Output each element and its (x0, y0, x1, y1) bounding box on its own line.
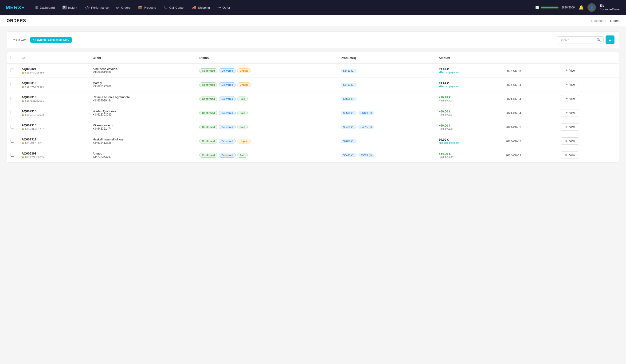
status-badge: Delivered (219, 153, 236, 158)
order-date: 2024-06-02 (506, 154, 521, 157)
client-phone: +34634099484 (93, 99, 192, 102)
col-products: Product(s) (337, 52, 435, 63)
search-box[interactable]: 🔍 (557, 36, 604, 43)
status-badges: ConfirmedDeliveredUnpaid (199, 68, 333, 73)
filter-toggle-button[interactable]: ≡ (606, 36, 615, 44)
notification-bell[interactable]: 🔔 (579, 5, 584, 10)
row-id-cell: AQ009318 🔒 6157131252061 (18, 92, 89, 106)
status-badge: Unpaid (237, 139, 251, 144)
phone-id: 6155689361757 (25, 128, 44, 130)
row-client-cell: Yordan Quiñones +34613363032 (89, 106, 196, 120)
app-logo[interactable]: MERX• (6, 4, 24, 11)
order-phone: 🔒 6157131252061 (22, 99, 85, 102)
client-phone: +34685177702 (93, 85, 192, 88)
amount-value: +60.00 € (439, 110, 498, 113)
status-badge: Paid (237, 153, 248, 158)
phone-id: 6157409878365 (25, 85, 44, 88)
row-status-cell: ConfirmedDeliveredUnpaid (196, 63, 337, 78)
eye-icon: 👁 (565, 97, 568, 101)
nav-orders[interactable]: 🛍 Orders (113, 4, 134, 11)
record-payment[interactable]: +Record payment (439, 141, 498, 144)
order-id: AQ009321 (22, 67, 85, 71)
row-checkbox[interactable] (11, 139, 14, 143)
nav-performance[interactable]: </> Performance (81, 4, 112, 11)
view-button[interactable]: 👁 View (561, 151, 579, 159)
order-date: 2024-06-04 (506, 111, 521, 115)
view-button-label: View (569, 97, 575, 101)
amount-value: 39.99 € (439, 138, 498, 141)
row-checkbox[interactable] (11, 125, 14, 128)
breadcrumb-home[interactable]: Dashboard (591, 19, 606, 23)
nav-other[interactable]: ••• Other (214, 4, 233, 11)
nav-call-center[interactable]: 📞 Call Center (160, 3, 188, 11)
view-button[interactable]: 👁 View (561, 123, 579, 131)
product-tags: S7698 (1) (341, 97, 431, 101)
row-products-cell: S6423 (1)S4815 (1) (337, 120, 435, 134)
record-payment[interactable]: +Record payment (439, 85, 498, 88)
row-id-cell: AQ009308 🔒 6153821782365 (18, 148, 89, 162)
select-all-checkbox[interactable] (11, 56, 14, 59)
shipping-icon: 🚚 (192, 5, 196, 10)
row-checkbox-cell (7, 148, 18, 162)
amount-value: 39.99 € (439, 81, 498, 85)
view-button[interactable]: 👁 View (561, 81, 579, 88)
row-status-cell: ConfirmedDeliveredPaid (196, 106, 337, 120)
product-tags: S6423 (1)S9599 (1) (341, 153, 431, 157)
view-button[interactable]: 👁 View (561, 67, 579, 74)
row-id-cell: AQ009321 🔒 6158444298589 (18, 63, 89, 78)
client-name: Yordan Quiñones (93, 109, 192, 113)
paid-note: Paid in Cash (439, 155, 498, 158)
view-button-label: View (569, 140, 575, 143)
row-checkbox[interactable] (11, 111, 14, 114)
row-status-cell: ConfirmedDeliveredUnpaid (196, 134, 337, 148)
status-badges: ConfirmedDeliveredPaid (199, 125, 333, 129)
row-checkbox[interactable] (11, 69, 14, 72)
product-tag: S9599 (1) (341, 111, 357, 115)
row-checkbox[interactable] (11, 153, 14, 157)
record-payment[interactable]: +Record payment (439, 71, 498, 74)
view-button[interactable]: 👁 View (561, 109, 579, 116)
row-status-cell: ConfirmedDeliveredPaid (196, 148, 337, 162)
row-checkbox[interactable] (11, 83, 14, 86)
performance-icon: </> (85, 6, 90, 10)
order-id: AQ009314 (22, 123, 85, 127)
search-input[interactable] (560, 38, 595, 42)
nav-dashboard[interactable]: ⊞ Dashboard (32, 3, 58, 11)
status-badge: Confirmed (199, 125, 217, 129)
result-with-label: Result with: (11, 38, 27, 42)
status-badge: Paid (237, 125, 248, 129)
product-tag: S7698 (1) (341, 139, 357, 143)
nav-insight[interactable]: 📊 Insight (59, 3, 80, 11)
view-button[interactable]: 👁 View (561, 137, 579, 145)
nav-products[interactable]: 📦 Products (135, 3, 159, 11)
row-action-cell: 👁 View (557, 120, 619, 134)
row-products-cell: S6423 (1)S9599 (1) (337, 148, 435, 162)
phone-id: 6156916162909 (25, 113, 44, 116)
view-button[interactable]: 👁 View (561, 95, 579, 102)
status-badge: Delivered (219, 82, 236, 87)
table-row: AQ009308 🔒 6153821782365 Ahmed - +347223… (7, 148, 619, 162)
phone-id: 6158444298589 (25, 71, 44, 74)
table-row: AQ009318 🔒 6157131252061 Rafaela Antonia… (7, 92, 619, 106)
client-name: Ahmed - (93, 152, 192, 155)
filter-tag-payment[interactable]: × Payment: Cash on delivery (30, 37, 72, 43)
row-checkbox[interactable] (11, 97, 14, 100)
row-amount-cell: +54.99 €Paid in Cash (435, 148, 502, 162)
avatar[interactable]: 👤 (587, 3, 596, 12)
status-badge: Paid (237, 97, 248, 101)
status-badge: Delivered (219, 68, 236, 73)
row-amount-cell: 39.99 €+Record payment (435, 63, 502, 78)
order-phone: 🔒 6158444298589 (22, 71, 85, 74)
status-badges: ConfirmedDeliveredPaid (199, 110, 333, 115)
row-client-cell: Rafaela Antonia Agramonte +34634099484 (89, 92, 196, 106)
nav-shipping[interactable]: 🚚 Shipping (189, 3, 213, 11)
nav-insight-label: Insight (68, 6, 77, 9)
row-status-cell: ConfirmedDeliveredUnpaid (196, 78, 337, 92)
client-phone: +34722363763 (93, 155, 192, 158)
phone-id: 6157131252061 (25, 99, 44, 102)
eye-icon: 👁 (565, 111, 568, 115)
view-button-label: View (569, 83, 575, 86)
row-client-cell: Ahmed - +34722363763 (89, 148, 196, 162)
status-badge: Unpaid (237, 82, 251, 87)
row-id-cell: AQ009314 🔒 6155689361757 (18, 120, 89, 134)
